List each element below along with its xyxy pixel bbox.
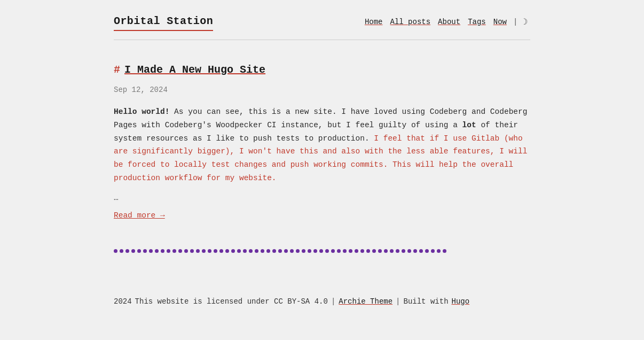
- dot: [155, 249, 159, 253]
- footer-license: This website is licensed under CC BY-SA …: [135, 296, 328, 307]
- post-body-hello: Hello world!: [114, 107, 169, 116]
- dot: [331, 249, 335, 253]
- post-body-lot: lot: [462, 121, 476, 129]
- dot: [366, 249, 370, 253]
- dot: [355, 249, 358, 253]
- dot: [325, 249, 329, 253]
- dot: [378, 249, 382, 253]
- hash-symbol: #: [114, 61, 120, 79]
- dot: [196, 249, 200, 253]
- dot: [161, 249, 164, 253]
- dot: [284, 249, 288, 253]
- dot: [219, 249, 223, 253]
- nav-about[interactable]: About: [435, 16, 464, 28]
- dot: [266, 249, 270, 253]
- dot: [413, 249, 417, 253]
- dark-mode-toggle[interactable]: ☽: [521, 17, 530, 27]
- dot: [337, 249, 341, 253]
- dot: [319, 249, 323, 253]
- site-footer: 2024 This website is licensed under CC B…: [114, 290, 530, 318]
- dot: [178, 249, 182, 253]
- post-date: Sep 12, 2024: [114, 84, 530, 96]
- dot: [143, 249, 147, 253]
- main-nav: Home All posts About Tags Now | ☽: [362, 16, 530, 28]
- footer-year: 2024: [114, 296, 132, 307]
- dot: [131, 249, 135, 253]
- dot: [302, 249, 305, 253]
- dot: [249, 249, 253, 253]
- dot: [261, 249, 264, 253]
- site-header: Orbital Station Home All posts About Tag…: [114, 0, 530, 40]
- dot: [125, 249, 129, 253]
- dot: [343, 249, 347, 253]
- dot: [214, 249, 217, 253]
- nav-home[interactable]: Home: [362, 16, 386, 28]
- dot: [308, 249, 311, 253]
- footer-text: 2024 This website is licensed under CC B…: [114, 296, 530, 307]
- dot: [114, 249, 117, 253]
- dot: [184, 249, 188, 253]
- dot: [202, 249, 206, 253]
- dot: [384, 249, 388, 253]
- dot: [231, 249, 235, 253]
- dot: [190, 249, 194, 253]
- dot: [431, 249, 435, 253]
- post-title-line: # I Made A New Hugo Site: [114, 61, 530, 79]
- dot: [313, 249, 317, 253]
- dot: [272, 249, 276, 253]
- site-title[interactable]: Orbital Station: [114, 13, 213, 31]
- dot: [425, 249, 429, 253]
- dot: [120, 249, 123, 253]
- nav-now[interactable]: Now: [490, 16, 510, 28]
- footer-sep1: |: [331, 296, 335, 307]
- dot: [296, 249, 300, 253]
- dot: [443, 249, 446, 253]
- post-title: I Made A New Hugo Site: [124, 61, 265, 79]
- dot-separator: [114, 249, 530, 253]
- dot: [349, 249, 352, 253]
- dot: [360, 249, 364, 253]
- dot: [243, 249, 247, 253]
- dot: [390, 249, 394, 253]
- dot: [396, 249, 399, 253]
- footer-built-with: Built with: [404, 296, 449, 307]
- dot: [407, 249, 411, 253]
- footer-sep2: |: [396, 296, 400, 307]
- main-content: # I Made A New Hugo Site Sep 12, 2024 He…: [114, 61, 530, 290]
- nav-tags[interactable]: Tags: [465, 16, 489, 28]
- footer-archie-link[interactable]: Archie Theme: [339, 296, 392, 307]
- dot: [137, 249, 141, 253]
- nav-divider: |: [511, 16, 520, 28]
- dot: [255, 249, 258, 253]
- dot: [437, 249, 441, 253]
- footer-hugo-link[interactable]: Hugo: [452, 296, 470, 307]
- dot: [290, 249, 294, 253]
- dot: [172, 249, 176, 253]
- dot: [237, 249, 241, 253]
- dot: [402, 249, 405, 253]
- dot: [208, 249, 211, 253]
- dot: [225, 249, 229, 253]
- post-body: Hello world! As you can see, this is a n…: [114, 105, 530, 184]
- dot: [149, 249, 153, 253]
- post-ellipsis: …: [114, 192, 530, 204]
- nav-all-posts[interactable]: All posts: [387, 16, 434, 28]
- dot: [419, 249, 423, 253]
- dot: [372, 249, 376, 253]
- dot: [167, 249, 170, 253]
- read-more-link[interactable]: Read more →: [114, 210, 165, 222]
- dot: [278, 249, 282, 253]
